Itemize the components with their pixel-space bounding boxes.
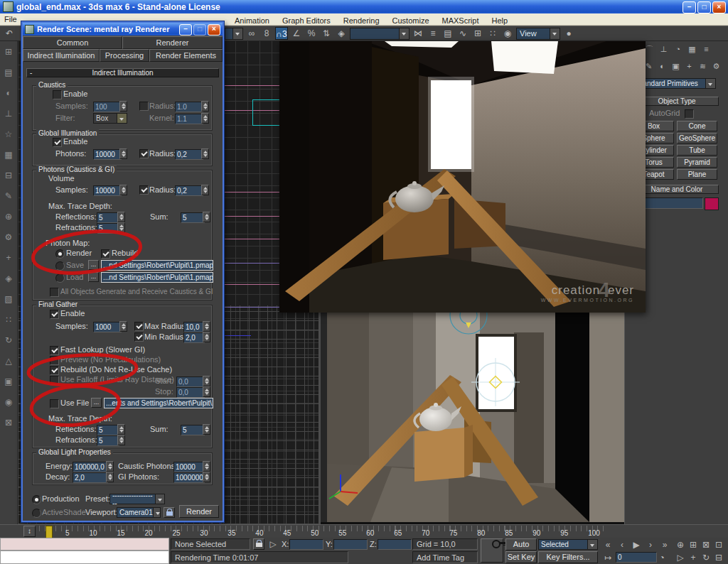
- close-button[interactable]: ×: [712, 1, 726, 13]
- panel-category-icon[interactable]: ▣: [670, 60, 682, 72]
- fg-samples-field[interactable]: 1000: [93, 322, 122, 332]
- time-slider[interactable]: [46, 526, 53, 538]
- tab-common[interactable]: Common: [23, 36, 122, 49]
- left-toolbar-icon[interactable]: ⊞: [5, 47, 12, 57]
- menu-item[interactable]: Graph Editors: [282, 15, 331, 26]
- caustic-photons-field[interactable]: 10000: [173, 462, 205, 472]
- panel-tab-icon[interactable]: ▦: [686, 43, 698, 55]
- stop-field[interactable]: 0,0: [176, 387, 205, 398]
- save-browse-button[interactable]: ...: [88, 260, 99, 270]
- menu-item[interactable]: Help: [492, 15, 508, 26]
- caustics-filter-dropdown[interactable]: Box: [93, 113, 127, 124]
- toolbar-icon[interactable]: ∿: [456, 27, 469, 40]
- set-keys-button[interactable]: [481, 538, 503, 563]
- energy-field[interactable]: 100000,0: [73, 462, 108, 472]
- caustics-samples-field[interactable]: 100: [93, 102, 120, 112]
- left-toolbar-icon[interactable]: ◈: [5, 273, 11, 283]
- panel-category-icon[interactable]: +: [683, 60, 695, 72]
- viewport-nav-icon[interactable]: ⊟: [712, 551, 725, 564]
- viewport-nav-icon[interactable]: ⊠: [700, 538, 712, 551]
- collapse-icon[interactable]: -: [30, 69, 32, 77]
- restore-button[interactable]: □: [697, 1, 711, 13]
- fg-reflections-spinner[interactable]: [117, 424, 125, 435]
- max-radius-field[interactable]: 10,0: [183, 322, 205, 332]
- caustics-kernel-spinner[interactable]: [201, 113, 209, 124]
- category-dropdown[interactable]: Standard Primitives: [633, 78, 716, 89]
- viewport-nav-icon[interactable]: ⊞: [687, 538, 700, 551]
- panel-tab-icon[interactable]: ≡: [700, 43, 712, 55]
- key-filters-button[interactable]: Key Filters...: [538, 551, 598, 563]
- named-selection-sets-dropdown[interactable]: [350, 28, 410, 40]
- caustics-enable-checkbox[interactable]: [53, 90, 62, 99]
- viewport-nav-icon[interactable]: +: [687, 551, 700, 564]
- selection-filter-dropdown[interactable]: [225, 28, 243, 40]
- viewport-lock-button[interactable]: [164, 507, 175, 518]
- menu-item[interactable]: Customize: [392, 15, 429, 26]
- toolbar-icon[interactable]: ⋈: [412, 27, 424, 40]
- activeshade-radio[interactable]: [32, 509, 41, 518]
- sum-field[interactable]: 5: [181, 212, 205, 223]
- preset-dropdown[interactable]: -------------------: [109, 494, 165, 504]
- photon-map-load-radio[interactable]: [55, 273, 65, 283]
- use-falloff-checkbox[interactable]: [50, 376, 59, 385]
- energy-spinner[interactable]: [106, 461, 114, 472]
- chevron-down-icon[interactable]: [232, 28, 242, 39]
- load-browse-button[interactable]: ...: [88, 272, 99, 282]
- max-radius-checkbox[interactable]: [134, 322, 144, 331]
- key-mode-dropdown[interactable]: Selected: [538, 539, 598, 550]
- viewport-nav-icon[interactable]: ▷: [674, 551, 687, 564]
- playback-button[interactable]: ›: [644, 538, 657, 551]
- tab-processing[interactable]: Processing: [100, 49, 149, 62]
- open-mini-track-button[interactable]: ↕: [23, 526, 36, 537]
- primitive-button[interactable]: GeoSphere: [677, 133, 717, 143]
- refractions-spinner[interactable]: [117, 222, 125, 233]
- gi-radius-spinner[interactable]: [201, 148, 209, 159]
- use-file-browse-button[interactable]: ...: [91, 398, 102, 408]
- toolbar-icon[interactable]: 8: [260, 27, 273, 40]
- production-radio[interactable]: [32, 495, 41, 504]
- quick-render-icon[interactable]: ●: [562, 27, 575, 40]
- fg-samples-spinner[interactable]: [119, 321, 127, 332]
- left-toolbar-icon[interactable]: ✎: [5, 191, 12, 201]
- object-type-rollout[interactable]: Object Type: [635, 97, 719, 106]
- caustic-photons-spinner[interactable]: [203, 461, 210, 472]
- name-color-rollout[interactable]: Name and Color: [635, 185, 719, 194]
- toolbar-icon[interactable]: ▤: [441, 27, 454, 40]
- caustics-radius-spinner[interactable]: [201, 101, 209, 112]
- left-toolbar-icon[interactable]: ⊟: [5, 170, 12, 180]
- maxscript-listener-pink[interactable]: [0, 538, 169, 551]
- set-key-button[interactable]: Set Key: [505, 551, 537, 563]
- toolbar-icon[interactable]: %: [305, 27, 318, 40]
- caustics-samples-spinner[interactable]: [119, 101, 127, 112]
- z-coordinate-field[interactable]: [378, 539, 412, 550]
- render-type-dropdown[interactable]: View: [516, 28, 560, 40]
- decay-spinner[interactable]: [106, 472, 114, 482]
- left-toolbar-icon[interactable]: ⊕: [5, 212, 12, 222]
- fgm-path-field[interactable]: ...ents and Settings\Robert\Pulpit\1.fgm: [104, 398, 213, 408]
- fg-sum-spinner[interactable]: [203, 424, 210, 435]
- primitive-button[interactable]: Pyramid: [677, 157, 717, 168]
- volume-samples-field[interactable]: 10000: [93, 185, 122, 196]
- caustics-radius-checkbox[interactable]: [139, 102, 149, 111]
- chevron-down-icon[interactable]: [587, 540, 597, 549]
- left-toolbar-icon[interactable]: ◐: [6, 88, 11, 98]
- fg-refractions-spinner[interactable]: [117, 435, 125, 445]
- toolbar-icon[interactable]: ◈: [335, 27, 348, 40]
- min-radius-field[interactable]: 2,0: [183, 332, 205, 343]
- chevron-down-icon[interactable]: [705, 79, 715, 88]
- chevron-down-icon[interactable]: [550, 28, 560, 39]
- viewport-nav-icon[interactable]: ⊕: [674, 538, 687, 551]
- decay-field[interactable]: 2,0: [73, 472, 108, 483]
- playback-button[interactable]: «: [601, 538, 614, 551]
- fg-sum-field[interactable]: 5: [181, 425, 205, 435]
- time-configuration-icon[interactable]: ◔: [655, 551, 668, 564]
- dialog-minimize-button[interactable]: –: [179, 24, 192, 36]
- reflections-spinner[interactable]: [117, 212, 125, 222]
- gi-enable-checkbox[interactable]: [53, 138, 62, 147]
- preview-checkbox[interactable]: [50, 356, 59, 365]
- sum-spinner[interactable]: [203, 212, 210, 222]
- gi-radius-checkbox[interactable]: [139, 149, 149, 158]
- caustics-kernel-field[interactable]: 1.1: [175, 114, 203, 124]
- primitive-button[interactable]: Plane: [677, 169, 717, 180]
- menu-item[interactable]: MAXScript: [442, 15, 479, 26]
